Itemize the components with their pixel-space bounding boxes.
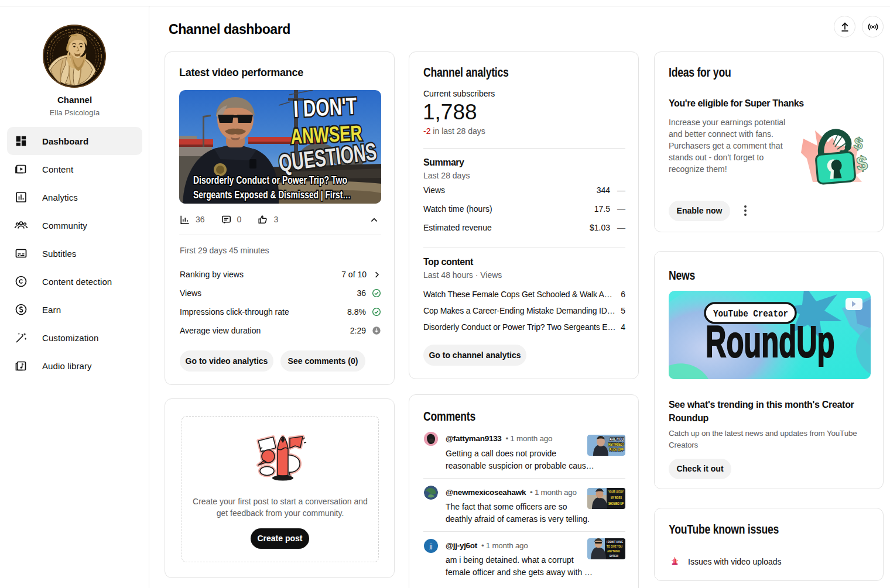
svg-text:Sergeants Exposed & Dismissed: Sergeants Exposed & Dismissed | First… bbox=[193, 188, 351, 201]
svg-text:RET#RDED?: RET#RDED? bbox=[608, 442, 624, 446]
svg-text:TO GIVE YOU: TO GIVE YOU bbox=[607, 545, 622, 548]
svg-text:$: $ bbox=[855, 152, 869, 175]
svg-text:ANYTHING: ANYTHING bbox=[607, 549, 620, 553]
svg-text:SHOWED UP: SHOWED UP bbox=[608, 501, 624, 506]
svg-text:F#CK OFF: F#CK OFF bbox=[610, 448, 624, 452]
svg-text:Disorderly Conduct or Power Tr: Disorderly Conduct or Power Trip? Two bbox=[193, 174, 347, 186]
svg-text:RoundUp: RoundUp bbox=[706, 317, 834, 367]
svg-text:I DON'T HAVE: I DON'T HAVE bbox=[607, 540, 623, 544]
svg-text:$: $ bbox=[853, 134, 864, 153]
svg-text:ARE YOU: ARE YOU bbox=[610, 437, 624, 441]
svg-text:MY BOSS: MY BOSS bbox=[611, 496, 622, 500]
svg-text:YOUR LUCKY: YOUR LUCKY bbox=[608, 490, 624, 494]
svg-text:B#TCH!: B#TCH! bbox=[610, 554, 618, 558]
svg-text:I DON'T: I DON'T bbox=[293, 92, 357, 122]
